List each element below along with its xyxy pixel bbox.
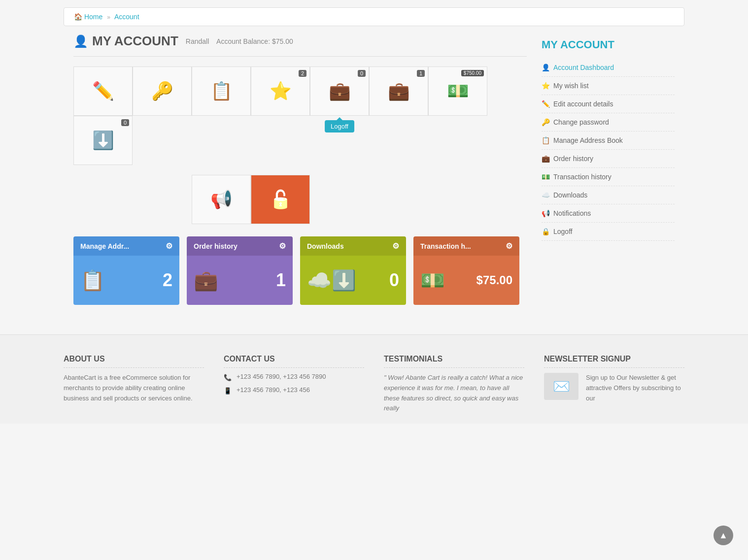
card-downloads[interactable]: Downloads ⚙ ☁️⬇️ 0 [300,236,406,305]
card-transaction-history-title: Transaction h... [420,242,471,250]
card-manage-address-gear[interactable]: ⚙ [166,241,172,251]
footer-contact-title: CONTACT US [224,355,364,368]
card-manage-address-body: 📋 2 [73,256,179,305]
footer-testimonials: TESTIMONIALS " Wow! Abante Cart is reall… [384,355,524,414]
card-order-history-header: Order history ⚙ [187,236,293,256]
home-icon: 🏠 [74,13,82,21]
user-icon: 👤 [73,34,88,48]
tile-briefcase2[interactable]: 1 💼 [369,66,428,116]
card-order-history-gear[interactable]: ⚙ [279,241,286,251]
notifications-link[interactable]: Notifications [553,209,591,217]
change-password-link[interactable]: Change password [553,118,609,126]
order-history-link[interactable]: Order history [553,155,593,163]
change-password-icon: 🔑 [542,118,549,126]
sidebar-item-transaction-history[interactable]: 💵 Transaction history [542,168,675,186]
transaction-history-link[interactable]: Transaction history [553,173,612,181]
sidebar-item-wish-list[interactable]: ⭐ My wish list [542,77,675,95]
edit-account-link[interactable]: Edit account details [553,100,613,108]
sidebar-item-logoff[interactable]: 🔒 Logoff [542,223,675,241]
card-transaction-history[interactable]: Transaction h... ⚙ 💵 $75.00 [413,236,519,305]
tile-megaphone[interactable]: 📢 [192,175,251,224]
card-order-history-body: 💼 1 [187,256,293,305]
key-icon: 🔑 [151,81,173,101]
footer-contact-phone2: 📱 +123 456 7890, +123 456 [224,386,364,395]
manage-address-icon: 📋 [542,136,549,144]
footer: ABOUT US AbanteCart is a free eCommerce … [0,334,748,424]
downloads-icon: ☁️ [542,191,549,199]
notifications-icon: 📢 [542,209,549,217]
account-dashboard-link[interactable]: Account Dashboard [553,64,614,71]
card-downloads-icon: ☁️⬇️ [307,269,356,292]
breadcrumb-current-link[interactable]: Account [114,13,139,21]
edit-icon: ✏️ [92,81,114,101]
logoff-lock-icon: 🔓 [270,189,292,210]
card-downloads-count: 0 [389,270,399,291]
manage-address-link[interactable]: Manage Address Book [553,136,623,144]
footer-about: ABOUT US AbanteCart is a free eCommerce … [64,355,204,414]
newsletter-email-icon: ✉️ [544,373,578,400]
card-transaction-history-gear[interactable]: ⚙ [506,241,512,251]
newsletter-text: Sign up to Our Newsletter & get attracti… [586,373,684,403]
book-icon: 📋 [210,81,233,101]
tile-edit[interactable]: ✏️ [73,66,133,116]
dashboard-cards: Manage Addr... ⚙ 📋 2 Order history ⚙ 💼 1 [73,236,527,305]
logoff-icon: 🔒 [542,228,549,235]
megaphone-icon: 📢 [210,189,233,210]
logoff-link[interactable]: Logoff [553,228,573,235]
tile-briefcase1[interactable]: 0 💼 Logoff [310,66,369,116]
briefcase2-icon: 💼 [388,81,410,101]
card-transaction-history-icon: 💵 [420,269,445,292]
username: Randall [186,37,209,45]
star-icon: ⭐ [270,81,292,101]
balance-value: $75.00 [272,37,293,45]
footer-phone1-text: +123 456 7890, +123 456 7890 [237,373,326,380]
icon-grid-row1: ✏️ 🔑 📋 2 ⭐ 0 💼 Logoff 1 💼 [73,66,527,165]
card-order-history-title: Order history [194,242,238,250]
card-transaction-history-body: 💵 $75.00 [413,256,519,305]
card-downloads-gear[interactable]: ⚙ [392,241,399,251]
sidebar-item-downloads[interactable]: ☁️ Downloads [542,186,675,204]
card-manage-address-count: 2 [163,270,172,291]
icon-grid-row2: 📢 🔓 [192,175,527,224]
tile-key[interactable]: 🔑 [133,66,192,116]
wish-list-icon: ⭐ [542,82,549,90]
card-order-history[interactable]: Order history ⚙ 💼 1 [187,236,293,305]
footer-contact: CONTACT US 📞 +123 456 7890, +123 456 789… [224,355,364,414]
footer-contact-phone1: 📞 +123 456 7890, +123 456 7890 [224,373,364,381]
sidebar-item-edit-account[interactable]: ✏️ Edit account details [542,95,675,113]
card-manage-address[interactable]: Manage Addr... ⚙ 📋 2 [73,236,179,305]
tile-star[interactable]: 2 ⭐ [251,66,310,116]
breadcrumb: 🏠 Home » Account [64,7,684,26]
downloads-link[interactable]: Downloads [553,191,587,199]
sidebar-item-manage-address[interactable]: 📋 Manage Address Book [542,132,675,150]
sidebar-menu: 👤 Account Dashboard ⭐ My wish list ✏️ Ed… [542,59,675,241]
account-dashboard-icon: 👤 [542,64,549,71]
card-order-history-count: 1 [276,270,286,291]
tile-download[interactable]: 0 ⬇️ [73,116,133,165]
briefcase1-icon: 💼 [329,81,351,101]
phone-icon: 📞 [224,374,232,381]
footer-testimonials-title: TESTIMONIALS [384,355,524,368]
card-transaction-history-header: Transaction h... ⚙ [413,236,519,256]
breadcrumb-home-link[interactable]: Home [84,13,102,21]
page-header-meta: Randall Account Balance: $75.00 [186,37,293,45]
sidebar-item-order-history[interactable]: 💼 Order history [542,150,675,168]
card-downloads-header: Downloads ⚙ [300,236,406,256]
tile-book[interactable]: 📋 [192,66,251,116]
sidebar-item-notifications[interactable]: 📢 Notifications [542,204,675,223]
sidebar-item-change-password[interactable]: 🔑 Change password [542,113,675,132]
balance-label: Account Balance: [216,37,270,45]
card-manage-address-header: Manage Addr... ⚙ [73,236,179,256]
page-title: 👤 MY ACCOUNT [73,33,178,49]
sidebar-title: MY ACCOUNT [542,38,675,51]
tile-dollar[interactable]: $750.00 💵 [428,66,487,116]
card-downloads-body: ☁️⬇️ 0 [300,256,406,305]
footer-testimonials-text: " Wow! Abante Cart is really a catch! Wh… [384,373,524,414]
dollar-icon: 💵 [447,81,469,101]
sidebar-item-account-dashboard[interactable]: 👤 Account Dashboard [542,59,675,77]
main-content: 👤 MY ACCOUNT Randall Account Balance: $7… [73,33,527,320]
card-downloads-title: Downloads [307,242,344,250]
wish-list-link[interactable]: My wish list [553,82,589,90]
tile-logoff[interactable]: 🔓 [251,175,310,224]
download-badge: 0 [121,119,129,126]
